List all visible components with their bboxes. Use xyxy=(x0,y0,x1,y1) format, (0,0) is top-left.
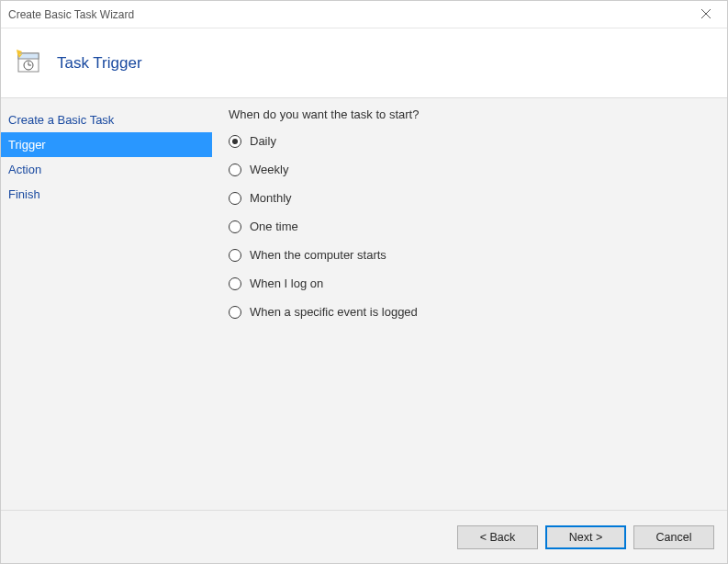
page-title: Task Trigger xyxy=(57,54,142,73)
option-label: One time xyxy=(250,220,298,233)
radio-icon xyxy=(229,306,241,319)
option-label: Weekly xyxy=(250,163,288,176)
option-log-on[interactable]: When I log on xyxy=(229,276,711,290)
radio-icon xyxy=(229,277,241,290)
radio-icon xyxy=(229,135,241,148)
option-computer-starts[interactable]: When the computer starts xyxy=(229,248,711,262)
option-label: When the computer starts xyxy=(250,248,386,262)
radio-icon xyxy=(229,220,241,233)
titlebar: Create Basic Task Wizard xyxy=(1,1,727,28)
next-button[interactable]: Next > xyxy=(545,525,626,549)
wizard-icon xyxy=(15,48,42,78)
close-icon[interactable] xyxy=(692,7,720,22)
option-weekly[interactable]: Weekly xyxy=(229,163,711,176)
nav-item-finish[interactable]: Finish xyxy=(1,182,212,207)
radio-icon xyxy=(229,192,241,205)
window-title: Create Basic Task Wizard xyxy=(8,8,692,21)
radio-icon xyxy=(229,249,241,262)
wizard-footer: < Back Next > Cancel xyxy=(1,510,727,563)
option-label: Daily xyxy=(250,134,276,148)
option-one-time[interactable]: One time xyxy=(229,220,711,233)
option-label: When I log on xyxy=(250,276,323,290)
nav-item-trigger[interactable]: Trigger xyxy=(1,132,212,157)
content-area: Create a Basic Task Trigger Action Finis… xyxy=(1,98,727,510)
nav-item-action[interactable]: Action xyxy=(1,157,212,182)
nav-item-create-basic-task[interactable]: Create a Basic Task xyxy=(1,107,212,132)
option-monthly[interactable]: Monthly xyxy=(229,191,711,205)
wizard-sidebar: Create a Basic Task Trigger Action Finis… xyxy=(1,98,212,510)
main-panel: When do you want the task to start? Dail… xyxy=(212,98,727,510)
option-label: Monthly xyxy=(250,191,292,205)
option-daily[interactable]: Daily xyxy=(229,134,711,148)
option-event-logged[interactable]: When a specific event is logged xyxy=(229,305,711,319)
cancel-button[interactable]: Cancel xyxy=(633,525,714,549)
wizard-header: Task Trigger xyxy=(1,28,727,98)
back-button[interactable]: < Back xyxy=(457,525,538,549)
prompt-text: When do you want the task to start? xyxy=(229,107,711,121)
option-label: When a specific event is logged xyxy=(250,305,418,319)
radio-icon xyxy=(229,164,241,176)
